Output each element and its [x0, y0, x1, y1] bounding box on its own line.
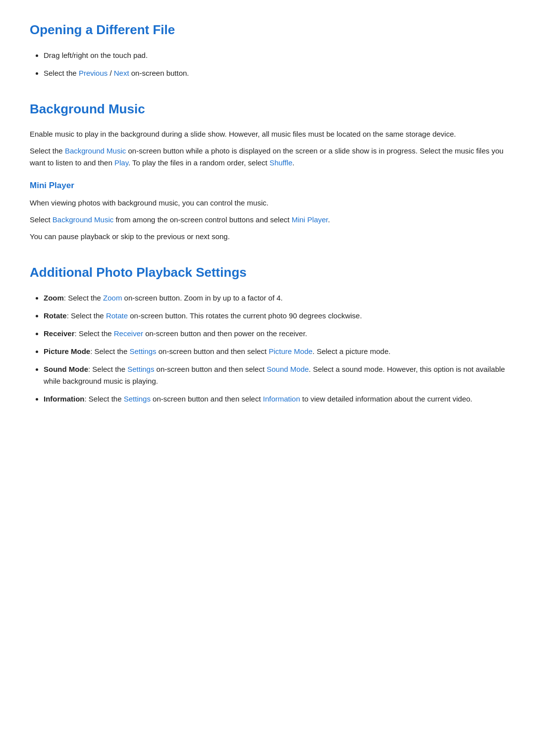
rotate-item: Rotate: Select the Rotate on-screen butt…: [44, 311, 362, 320]
background-music-link[interactable]: Background Music: [65, 147, 126, 155]
mini-player-para1: When viewing photos with background musi…: [30, 197, 505, 209]
drag-instruction: Drag left/right on the touch pad.: [44, 51, 148, 59]
list-item: Information: Select the Settings on-scre…: [44, 393, 505, 405]
sound-mode-item: Sound Mode: Select the Settings on-scree…: [44, 365, 505, 385]
information-term: Information: [44, 395, 85, 403]
background-music-link2[interactable]: Background Music: [53, 215, 113, 224]
mini-player-link[interactable]: Mini Player: [292, 215, 328, 224]
list-item: Zoom: Select the Zoom on-screen button. …: [44, 292, 505, 304]
background-music-para1: Enable music to play in the background d…: [30, 128, 505, 140]
list-item: Drag left/right on the touch pad.: [44, 50, 505, 61]
background-music-title: Background Music: [30, 99, 505, 120]
background-music-para2: Select the Background Music on-screen bu…: [30, 145, 505, 169]
opening-different-file-section: Opening a Different File Drag left/right…: [30, 20, 505, 79]
list-item: Picture Mode: Select the Settings on-scr…: [44, 346, 505, 357]
play-link[interactable]: Play: [114, 158, 128, 167]
opening-different-file-title: Opening a Different File: [30, 20, 505, 41]
picture-mode-link[interactable]: Picture Mode: [268, 347, 312, 355]
list-item: Sound Mode: Select the Settings on-scree…: [44, 363, 505, 387]
additional-photo-playback-section: Additional Photo Playback Settings Zoom:…: [30, 262, 505, 405]
list-item: Select the Previous / Next on-screen but…: [44, 67, 505, 79]
next-link[interactable]: Next: [114, 69, 129, 77]
additional-photo-playback-title: Additional Photo Playback Settings: [30, 262, 505, 283]
information-item: Information: Select the Settings on-scre…: [44, 395, 473, 403]
sound-mode-link[interactable]: Sound Mode: [267, 365, 309, 373]
picture-mode-item: Picture Mode: Select the Settings on-scr…: [44, 347, 390, 355]
rotate-link[interactable]: Rotate: [106, 311, 128, 320]
list-item: Receiver: Select the Receiver on-screen …: [44, 328, 505, 340]
zoom-link[interactable]: Zoom: [103, 294, 122, 302]
mini-player-para3: You can pause playback or skip to the pr…: [30, 231, 505, 243]
settings-link-info[interactable]: Settings: [124, 395, 151, 403]
zoom-item: Zoom: Select the Zoom on-screen button. …: [44, 294, 283, 302]
list-item: Rotate: Select the Rotate on-screen butt…: [44, 310, 505, 322]
background-music-section: Background Music Enable music to play in…: [30, 99, 505, 243]
opening-different-file-list: Drag left/right on the touch pad. Select…: [44, 50, 505, 79]
mini-player-para2: Select Background Music from among the o…: [30, 214, 505, 226]
rotate-term: Rotate: [44, 311, 67, 320]
receiver-link[interactable]: Receiver: [114, 329, 143, 338]
picture-mode-term: Picture Mode: [44, 347, 90, 355]
settings-link-picture[interactable]: Settings: [129, 347, 156, 355]
shuffle-link[interactable]: Shuffle: [269, 158, 292, 167]
mini-player-title: Mini Player: [30, 179, 505, 192]
additional-settings-list: Zoom: Select the Zoom on-screen button. …: [44, 292, 505, 405]
zoom-term: Zoom: [44, 294, 64, 302]
information-link[interactable]: Information: [263, 395, 300, 403]
settings-link-sound[interactable]: Settings: [127, 365, 154, 373]
previous-link[interactable]: Previous: [79, 69, 107, 77]
receiver-item: Receiver: Select the Receiver on-screen …: [44, 329, 307, 338]
mini-player-subsection: Mini Player When viewing photos with bac…: [30, 179, 505, 243]
receiver-term: Receiver: [44, 329, 75, 338]
select-previous-next-text: Select the Previous / Next on-screen but…: [44, 69, 189, 77]
sound-mode-term: Sound Mode: [44, 365, 88, 373]
